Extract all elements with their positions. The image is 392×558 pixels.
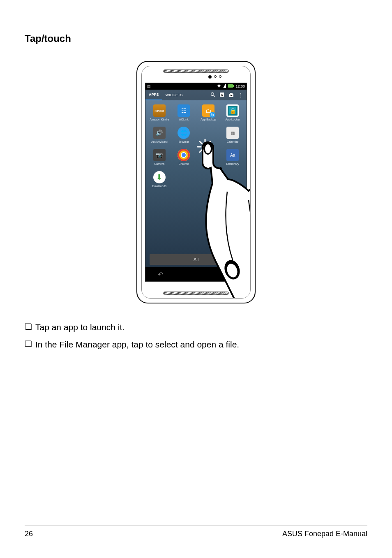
- wifi-icon: [217, 84, 221, 89]
- instruction-2: In the File Manager app, tap to select a…: [35, 337, 239, 352]
- app-hidden-clock[interactable]: [197, 149, 220, 165]
- app-label: App Backup: [197, 118, 220, 121]
- app-label: Browser: [173, 140, 196, 143]
- svg-rect-4: [233, 85, 234, 87]
- app-hidden-calculator[interactable]: [197, 127, 220, 143]
- app-amazon-kindle[interactable]: kindleAmazon Kindle: [148, 104, 171, 121]
- front-sensors: [208, 75, 221, 79]
- svg-rect-3: [228, 84, 233, 88]
- svg-rect-2: [225, 84, 226, 88]
- app-calendar[interactable]: ▦Calendar: [221, 127, 244, 143]
- app-chrome[interactable]: Chrome: [173, 149, 196, 165]
- signal-icon: [223, 84, 226, 89]
- sort-az-icon[interactable]: A: [219, 92, 224, 98]
- bullet-icon: ❏: [25, 320, 35, 333]
- battery-icon: [228, 84, 234, 88]
- svg-point-5: [211, 93, 214, 95]
- app-camera[interactable]: 📷Camera: [148, 149, 171, 165]
- app-label: Downloads: [148, 185, 171, 188]
- svg-rect-0: [223, 87, 224, 88]
- app-label: Dictionary: [221, 162, 244, 165]
- nav-bar: ↶: [145, 267, 247, 281]
- app-label: AOLink: [173, 118, 196, 121]
- app-label: Chrome: [173, 162, 196, 165]
- overflow-icon[interactable]: ⋮: [238, 92, 243, 98]
- device-screen: ▤ 12:00 APPS WIDGE: [145, 83, 247, 282]
- svg-text:A: A: [221, 93, 223, 96]
- instruction-1: Tap an app to launch it.: [35, 320, 125, 335]
- bullet-icon: ❏: [25, 337, 35, 350]
- speaker-bottom: [163, 292, 229, 295]
- status-bar: ▤ 12:00: [145, 83, 247, 90]
- svg-line-6: [214, 95, 215, 97]
- app-label: Amazon Kindle: [148, 118, 171, 121]
- instruction-list: ❏ Tap an app to launch it. ❏ In the File…: [25, 320, 367, 352]
- back-icon[interactable]: ↶: [158, 271, 163, 278]
- svg-rect-1: [224, 86, 225, 88]
- gesture-figure: ▤ 12:00 APPS WIDGE: [25, 61, 367, 303]
- app-audiowizard[interactable]: 🔊AudioWizard: [148, 127, 171, 143]
- play-store-icon[interactable]: [228, 92, 234, 98]
- app-backup[interactable]: 🗀App Backup: [197, 104, 220, 121]
- app-label: Camera: [148, 162, 171, 165]
- drawer-tabs: APPS WIDGETS A ⋮: [145, 90, 247, 100]
- status-time: 12:00: [235, 84, 245, 88]
- manual-title: ASUS Fonepad E-Manual: [282, 530, 367, 538]
- tab-apps[interactable]: APPS: [145, 90, 162, 100]
- search-icon[interactable]: [210, 92, 215, 98]
- tab-widgets[interactable]: WIDGETS: [162, 90, 186, 100]
- app-label: AudioWizard: [148, 140, 171, 143]
- apps-grid: kindleAmazon Kindle ☷AOLink 🗀App Backup …: [145, 100, 247, 192]
- all-button[interactable]: All: [150, 254, 242, 265]
- app-downloads[interactable]: ⬇Downloads: [148, 171, 171, 188]
- sd-icon: ▤: [147, 84, 151, 88]
- app-label: App Locker: [221, 118, 244, 121]
- section-heading: Tap/touch: [25, 33, 367, 44]
- speaker-top: [163, 69, 229, 73]
- app-aolink[interactable]: ☷AOLink: [173, 104, 196, 121]
- app-dictionary[interactable]: AaDictionary: [221, 149, 244, 165]
- app-label: Calendar: [221, 140, 244, 143]
- app-browser[interactable]: 🌐Browser: [173, 127, 196, 143]
- page-number: 26: [25, 530, 33, 538]
- app-locker[interactable]: 🔒App Locker: [221, 104, 244, 121]
- device-outline: ▤ 12:00 APPS WIDGE: [136, 61, 256, 303]
- page-footer: 26 ASUS Fonepad E-Manual: [25, 525, 367, 538]
